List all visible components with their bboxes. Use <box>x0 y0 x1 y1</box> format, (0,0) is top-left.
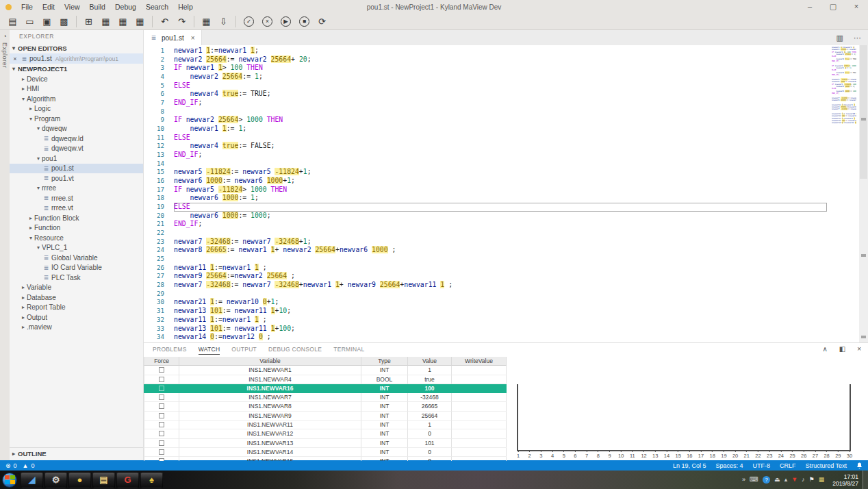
volume-muted-icon[interactable]: ♪ <box>802 476 805 484</box>
line-number[interactable]: 17 <box>144 186 164 195</box>
force-checkbox[interactable] <box>159 422 164 427</box>
tree-item-pou1-vt[interactable]: ≣pou1.vt <box>10 173 143 184</box>
code-line[interactable]: 4 newvar2 25664:= 1; <box>144 73 827 82</box>
tree-item-logic[interactable]: ▸Logic <box>10 104 143 114</box>
eject-icon[interactable]: ⏏ <box>774 476 780 484</box>
restart-icon[interactable]: ⟳ <box>314 16 331 27</box>
show-desktop-button[interactable] <box>863 471 868 489</box>
line-number[interactable]: 28 <box>144 281 164 290</box>
code-line[interactable]: 15newvar5 -11824:= newvar5 -11824+1; <box>144 168 827 177</box>
force-checkbox[interactable] <box>159 367 164 373</box>
tree-item-dqweqw[interactable]: ▾dqweqw <box>10 124 143 134</box>
line-number[interactable]: 4 <box>144 73 164 82</box>
close-panel-icon[interactable]: × <box>857 345 861 353</box>
line-number[interactable]: 10 <box>144 125 164 134</box>
code-line[interactable]: 6 newvar4 true:= TRUE; <box>144 90 827 99</box>
minimap[interactable]: newvar1 1:=newvar1 1;newvar2 25664:= new… <box>832 47 856 132</box>
tree-item-dqweqw-vt[interactable]: ≣dqweqw.vt <box>10 144 143 154</box>
scrollbar-thumb[interactable] <box>860 45 867 179</box>
writevalue-cell[interactable] <box>452 429 507 438</box>
save-all-icon[interactable]: ▩ <box>55 16 73 27</box>
tree-item-pou1-st[interactable]: ≣pou1.st <box>10 164 143 174</box>
menu-build[interactable]: Build <box>85 3 110 11</box>
code-editor[interactable]: 1newvar1 1:=newvar1 1;2newvar2 25664:= n… <box>144 45 868 342</box>
menu-debug[interactable]: Debug <box>110 3 141 11</box>
table-add-icon-3[interactable]: ▦ <box>131 16 149 27</box>
code-line[interactable]: 24newvar8 26665:= newvar1 1+ newvar2 256… <box>144 246 827 255</box>
status-utf-8[interactable]: UTF-8 <box>753 462 771 469</box>
maximize-panel-icon[interactable]: ∧ <box>822 345 827 353</box>
network-icon[interactable]: ▦ <box>819 476 825 484</box>
line-number[interactable]: 1 <box>144 47 164 55</box>
writevalue-cell[interactable] <box>452 384 507 393</box>
tree-item-rrree[interactable]: ▾rrree <box>10 184 143 194</box>
tab-pou1st[interactable]: ≣ pou1.st × <box>144 30 202 45</box>
watch-row-ins1-newvar4[interactable]: INS1.NEWVAR4BOOLtrue <box>144 375 507 384</box>
open-editors-section[interactable]: ▾ OPEN EDITORS <box>10 43 143 53</box>
menu-help[interactable]: Help <box>173 3 198 11</box>
code-line[interactable]: 5ELSE <box>144 82 827 90</box>
code-line[interactable]: 21END_IF; <box>144 220 827 229</box>
grid-add-icon[interactable]: ⊞ <box>80 16 97 27</box>
line-number[interactable]: 2 <box>144 55 164 64</box>
code-line[interactable]: 23newvar7 -32468:= newvar7 -32468+1; <box>144 238 827 247</box>
status-ln-19-col-5[interactable]: Ln 19, Col 5 <box>673 462 706 469</box>
line-number[interactable]: 24 <box>144 246 164 255</box>
editor-scrollbar[interactable] <box>859 45 868 342</box>
tree-item-algorithm[interactable]: ▾Algorithm <box>10 94 143 104</box>
code-line[interactable]: 28newvar7 -32468:= newvar7 -32468+newvar… <box>144 281 827 290</box>
tree-item-rrree-vt[interactable]: ≣rrree.vt <box>10 203 143 214</box>
line-number[interactable]: 19 <box>144 203 164 212</box>
open-project-icon[interactable]: ▭ <box>21 16 38 27</box>
force-checkbox[interactable] <box>159 449 164 455</box>
line-number[interactable]: 6 <box>144 90 164 99</box>
line-number[interactable]: 29 <box>144 290 164 299</box>
code-line[interactable]: 16newvar6 1000:= newvar6 1000+1; <box>144 177 827 186</box>
writevalue-cell[interactable] <box>452 402 507 411</box>
watch-row-ins1-newvar12[interactable]: INS1.NEWVAR12INT0 <box>144 429 507 438</box>
tree-item-device[interactable]: ▸Device <box>10 74 143 84</box>
code-line[interactable]: 8 <box>144 108 827 116</box>
tree-item-database[interactable]: ▸Database <box>10 292 143 303</box>
tree-item-io-card-variable[interactable]: ≣IO Card Variable <box>10 263 143 273</box>
help-icon[interactable]: ? <box>763 476 770 484</box>
run-icon[interactable]: ▶ <box>281 16 291 27</box>
line-number[interactable]: 23 <box>144 238 164 247</box>
tray-overflow-icon[interactable]: » <box>742 476 745 484</box>
code-line[interactable]: 9IF newvar2 25664> 1000 THEN <box>144 116 827 125</box>
force-checkbox[interactable] <box>159 386 164 391</box>
action-center-flag-icon[interactable]: ⚑ <box>809 476 815 484</box>
code-line[interactable]: 11ELSE <box>144 134 827 142</box>
line-number[interactable]: 8 <box>144 108 164 116</box>
tree-item-variable[interactable]: ▸Variable <box>10 283 143 293</box>
menu-view[interactable]: View <box>60 3 85 11</box>
line-number[interactable]: 22 <box>144 229 164 238</box>
close-icon[interactable]: × <box>10 55 21 62</box>
start-button[interactable] <box>2 473 17 488</box>
bell-icon[interactable] <box>856 462 863 469</box>
status-spaces-4[interactable]: Spaces: 4 <box>716 462 743 469</box>
writevalue-cell[interactable] <box>452 375 507 384</box>
up-arrow-icon[interactable]: ▴ <box>784 476 788 484</box>
line-number[interactable]: 26 <box>144 264 164 273</box>
writevalue-cell[interactable] <box>452 457 507 461</box>
problems-status[interactable]: ⊗ 0 ▲ 0 <box>5 462 35 469</box>
line-number[interactable]: 18 <box>144 194 164 203</box>
code-line[interactable]: 26newvar11 1:=newvar1 1 ; <box>144 264 827 273</box>
code-line[interactable]: 22 <box>144 229 827 238</box>
taskbar-app-maview[interactable]: ◢ <box>21 472 43 488</box>
tree-item-program[interactable]: ▾Program <box>10 114 143 124</box>
panel-tab-output[interactable]: OUTPUT <box>231 346 257 354</box>
line-number[interactable]: 21 <box>144 220 164 229</box>
force-checkbox[interactable] <box>159 403 164 409</box>
taskbar-app-file-manager[interactable]: ▤ <box>92 472 115 488</box>
tree-item-global-variable[interactable]: ≣Global Variable <box>10 253 143 263</box>
new-file-icon[interactable]: ▤ <box>4 16 21 27</box>
validate-icon[interactable]: ✓ <box>244 16 254 27</box>
save-icon[interactable]: ▣ <box>38 16 55 27</box>
panel-tab-watch[interactable]: WATCH <box>199 346 220 355</box>
line-number[interactable]: 27 <box>144 272 164 281</box>
status-crlf[interactable]: CRLF <box>780 462 796 469</box>
tree-item-resource[interactable]: ▾Resource <box>10 233 143 243</box>
code-line[interactable]: 3IF newvar1 1> 100 THEN <box>144 64 827 73</box>
